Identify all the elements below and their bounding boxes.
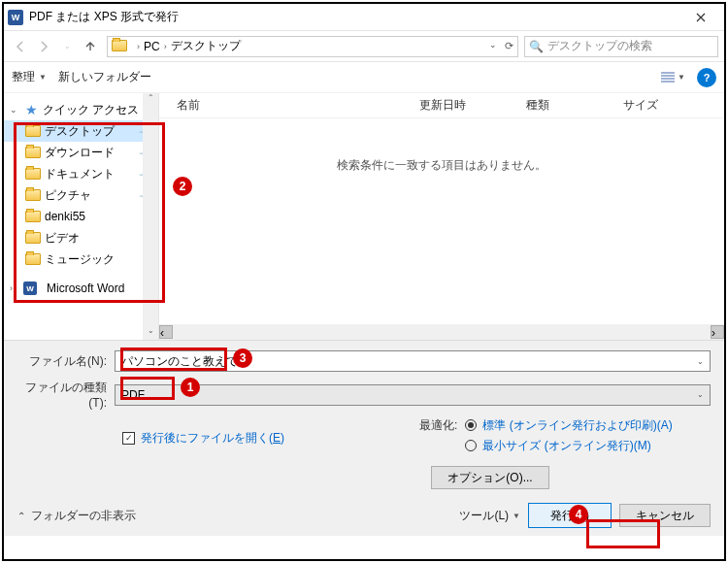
chevron-down-icon: ⌄ <box>64 42 71 50</box>
new-folder-label: 新しいフォルダー <box>58 69 151 85</box>
col-type[interactable]: 種類 <box>526 97 623 114</box>
path-segment[interactable]: デスクトップ <box>171 38 241 54</box>
up-button[interactable] <box>80 36 101 57</box>
scroll-right-icon: › <box>711 325 724 339</box>
tree-item-videos[interactable]: ビデオ <box>4 227 158 248</box>
arrow-left-icon <box>14 40 27 53</box>
tree-label: ダウンロード <box>45 145 115 161</box>
recent-dropdown[interactable]: ⌄ <box>56 36 78 57</box>
radio-off-icon <box>465 440 477 451</box>
hide-folders-toggle[interactable]: ⌃ フォルダーの非表示 <box>17 508 136 524</box>
file-hscrollbar[interactable]: ‹ › <box>159 324 724 340</box>
tree-item-pictures[interactable]: ピクチャ 📌 <box>4 184 158 206</box>
publish-label: 発行(S) <box>550 508 589 524</box>
radio-standard-label: 標準 (オンライン発行および印刷)(A) <box>482 417 677 434</box>
chevron-up-icon: ⌃ <box>17 511 25 521</box>
command-bar: 整理 ▼ 新しいフォルダー ▼ ? <box>4 62 724 93</box>
arrow-up-icon <box>83 40 97 53</box>
radio-minsize[interactable]: 最小サイズ (オンライン発行)(M) <box>465 438 677 454</box>
tree-label: ビデオ <box>45 230 80 247</box>
folder-icon <box>25 231 41 245</box>
filetype-label: ファイルの種類(T): <box>17 380 115 410</box>
tree-item-desktop[interactable]: デスクトップ 📌 <box>4 120 158 142</box>
caret-right-icon: › <box>10 283 19 293</box>
folder-icon <box>25 188 41 202</box>
tree-quick-access[interactable]: ⌄ ★ クイック アクセス <box>4 99 158 120</box>
filetype-value: PDF <box>121 388 145 402</box>
organize-label: 整理 <box>12 69 35 85</box>
options-label: オプション(O)... <box>447 470 532 486</box>
folder-icon <box>25 210 41 223</box>
column-headers: 名前 更新日時 種類 サイズ <box>159 93 724 118</box>
list-view-icon <box>660 71 676 84</box>
nav-toolbar: ⌄ › PC › デスクトップ ⌄ ⟳ 🔍 デスクトップの検索 <box>4 31 724 62</box>
folder-icon <box>25 252 41 266</box>
refresh-icon[interactable]: ⟳ <box>505 40 513 52</box>
radio-standard[interactable]: 標準 (オンライン発行および印刷)(A) <box>465 417 677 434</box>
tree-item-downloads[interactable]: ダウンロード 📌 <box>4 142 158 163</box>
help-button[interactable]: ? <box>697 68 716 87</box>
filename-value: パソコンのこと教えて <box>121 353 238 370</box>
back-button[interactable] <box>10 36 31 57</box>
filetype-combo[interactable]: PDF ⌄ <box>115 384 711 406</box>
body-area: ⌄ ★ クイック アクセス デスクトップ 📌 ダウンロード 📌 ドキュメント 📌 <box>4 93 724 340</box>
path-segment[interactable]: PC <box>144 40 160 53</box>
arrow-right-icon <box>37 40 50 53</box>
tools-label: ツール(L) <box>459 508 509 524</box>
tree-label: ピクチャ <box>45 187 91 204</box>
nav-tree: ⌄ ★ クイック アクセス デスクトップ 📌 ダウンロード 📌 ドキュメント 📌 <box>4 93 159 340</box>
search-input[interactable]: 🔍 デスクトップの検索 <box>524 36 718 57</box>
tools-menu[interactable]: ツール(L) ▼ <box>459 508 520 524</box>
window-title: PDF または XPS 形式で発行 <box>29 9 681 25</box>
cancel-button[interactable]: キャンセル <box>619 504 711 527</box>
path-dropdown-icon[interactable]: ⌄ <box>489 40 497 52</box>
address-bar[interactable]: › PC › デスクトップ ⌄ ⟳ <box>107 36 518 57</box>
tree-label: ミュージック <box>45 251 115 268</box>
tree-scrollbar[interactable]: ⌃ ⌄ <box>143 93 158 340</box>
new-folder-button[interactable]: 新しいフォルダー <box>58 69 151 85</box>
caret-down-icon: ⌄ <box>10 105 19 115</box>
checkbox-icon: ✓ <box>122 432 135 445</box>
dialog-window: W PDF または XPS 形式で発行 ⌄ › PC › デスクトップ ⌄ ⟳ <box>2 2 726 561</box>
col-size[interactable]: サイズ <box>623 97 701 114</box>
scroll-up-icon: ⌃ <box>148 93 154 107</box>
tree-label: denki55 <box>45 210 85 223</box>
scroll-left-icon: ‹ <box>159 325 173 339</box>
word-app-icon: W <box>8 10 23 25</box>
star-icon: ★ <box>23 103 39 116</box>
search-icon: 🔍 <box>529 40 544 53</box>
scroll-down-icon: ⌄ <box>148 326 154 340</box>
tree-item-documents[interactable]: ドキュメント 📌 <box>4 163 158 184</box>
tree-word[interactable]: › W Microsoft Word <box>4 278 158 299</box>
tree-item-music[interactable]: ミュージック <box>4 248 158 270</box>
empty-message: 検索条件に一致する項目はありません。 <box>159 157 724 174</box>
filename-input[interactable]: パソコンのこと教えて ⌄ <box>115 350 711 372</box>
tree-label: Microsoft Word <box>47 282 124 295</box>
hide-folders-label: フォルダーの非表示 <box>31 508 136 524</box>
open-after-checkbox[interactable]: ✓ 発行後にファイルを開く(E) <box>122 417 284 458</box>
col-date[interactable]: 更新日時 <box>419 97 526 114</box>
options-button[interactable]: オプション(O)... <box>431 466 548 489</box>
close-icon <box>696 13 706 22</box>
path-sep-icon: › <box>137 42 140 51</box>
radio-on-icon <box>465 419 477 431</box>
optimize-label: 最適化: <box>419 417 457 456</box>
publish-button[interactable]: 発行(S) <box>528 503 612 528</box>
chevron-down-icon: ▼ <box>39 73 47 82</box>
search-placeholder: デスクトップの検索 <box>547 38 652 54</box>
col-name[interactable]: 名前 <box>177 97 419 114</box>
forward-button[interactable] <box>33 36 54 57</box>
view-mode-button[interactable]: ▼ <box>660 71 685 84</box>
bottom-panel: ファイル名(N): パソコンのこと教えて ⌄ ファイルの種類(T): PDF ⌄… <box>4 340 724 536</box>
titlebar: W PDF または XPS 形式で発行 <box>4 4 724 31</box>
word-icon: W <box>23 282 37 295</box>
tree-item-denki55[interactable]: denki55 <box>4 206 158 227</box>
folder-icon <box>25 167 41 181</box>
chevron-down-icon[interactable]: ⌄ <box>697 357 704 366</box>
organize-menu[interactable]: 整理 ▼ <box>12 69 47 85</box>
chevron-down-icon: ⌄ <box>697 390 704 399</box>
folder-icon <box>25 146 41 159</box>
chevron-down-icon: ▼ <box>513 512 520 520</box>
file-list-area: 名前 更新日時 種類 サイズ 検索条件に一致する項目はありません。 ‹ › <box>159 93 724 340</box>
close-button[interactable] <box>681 5 720 30</box>
